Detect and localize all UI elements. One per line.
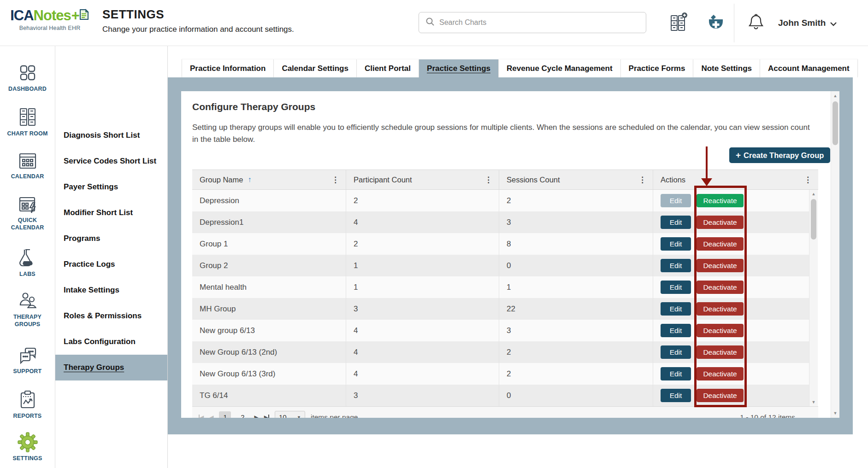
sidebar-item-support[interactable]: SUPPORT: [0, 345, 55, 375]
icanotes-logo[interactable]: ICANotes+ Behavioral Health EHR: [8, 6, 91, 31]
sidebar-item-labs[interactable]: LABS: [0, 247, 55, 278]
table-row: New group 6/13 4 3 Edit Deactivate: [192, 320, 809, 341]
sidebar-item-calendar[interactable]: CALENDAR: [0, 151, 55, 180]
new-chart-cabinet-icon[interactable]: [668, 12, 689, 35]
sidebar-item-dashboard[interactable]: DASHBOARD: [0, 63, 55, 93]
user-menu[interactable]: John Smith: [778, 0, 837, 46]
support-chat-icon: [0, 345, 55, 366]
actions-cell: Edit Deactivate: [653, 320, 809, 341]
medications-icon[interactable]: [706, 13, 726, 35]
activate-toggle-button[interactable]: Deactivate: [697, 281, 744, 294]
settings-menu-item[interactable]: Practice Logs: [55, 252, 167, 277]
scrollbar-thumb[interactable]: [811, 199, 816, 240]
scroll-down-icon[interactable]: ▼: [831, 411, 839, 415]
settings-menu-item[interactable]: Programs: [55, 226, 167, 252]
settings-tab[interactable]: Practice Forms: [621, 59, 694, 77]
settings-menu-item[interactable]: Labs Configuration: [55, 329, 167, 355]
scroll-down-icon[interactable]: ▼: [809, 400, 818, 404]
sessions-count-cell: 2: [499, 363, 653, 385]
group-name-cell: Depression: [192, 190, 346, 211]
activate-toggle-button[interactable]: Deactivate: [697, 367, 744, 380]
settings-tab[interactable]: Practice Settings: [419, 59, 499, 77]
activate-toggle-button[interactable]: Deactivate: [697, 389, 744, 402]
column-menu-icon[interactable]: ⋮: [330, 175, 341, 185]
settings-tab[interactable]: Account Management: [760, 59, 858, 77]
create-therapy-group-button[interactable]: + Create Therapy Group: [729, 147, 830, 163]
user-chevron-icon: [830, 20, 837, 28]
activate-toggle-button[interactable]: Deactivate: [697, 237, 744, 251]
sessions-count-cell: 0: [499, 385, 653, 406]
settings-menu-item[interactable]: Therapy Groups: [55, 355, 167, 380]
notifications-bell-icon[interactable]: [747, 12, 765, 34]
sessions-count-cell: 0: [499, 255, 653, 276]
scrollbar-thumb[interactable]: [833, 101, 838, 145]
scroll-up-icon[interactable]: ▲: [809, 192, 818, 196]
settings-menu-item[interactable]: Roles & Permissions: [55, 303, 167, 329]
sidebar-item-reports[interactable]: REPORTS: [0, 389, 55, 420]
table-row: TG 6/14 3 0 Edit Deactivate: [192, 385, 809, 406]
page-size-select[interactable]: 10 ▼: [275, 411, 305, 418]
activate-toggle-button[interactable]: Reactivate: [697, 194, 744, 207]
activate-toggle-button[interactable]: Deactivate: [697, 216, 744, 229]
last-page-button[interactable]: ▶: [264, 414, 269, 418]
plus-icon: +: [736, 150, 741, 160]
settings-tab[interactable]: Practice Information: [182, 59, 274, 77]
column-menu-icon[interactable]: ⋮: [637, 175, 648, 185]
column-menu-icon[interactable]: ⋮: [483, 175, 494, 185]
sidebar-item-therapy-groups[interactable]: THERAPY GROUPS: [0, 291, 55, 328]
first-page-button[interactable]: ◀: [199, 414, 204, 418]
edit-button[interactable]: Edit: [661, 324, 691, 337]
settings-menu-item[interactable]: Payer Settings: [55, 174, 167, 200]
previous-page-button[interactable]: ◀: [209, 414, 213, 418]
edit-button[interactable]: Edit: [661, 216, 691, 229]
calendar-icon: [0, 151, 55, 171]
dropdown-arrow-icon: ▼: [297, 415, 301, 418]
primary-sidebar: DASHBOARD CHART ROOM CALENDAR: [0, 46, 55, 468]
sidebar-item-quick-calendar[interactable]: QUICK CALENDAR: [0, 194, 55, 231]
edit-button[interactable]: Edit: [661, 259, 691, 272]
sidebar-item-settings[interactable]: SETTINGS: [0, 432, 55, 462]
chart-room-icon: [0, 107, 55, 128]
sessions-count-cell: 3: [499, 211, 653, 233]
participant-count-cell: 4: [346, 341, 499, 363]
page-2-button[interactable]: 2: [236, 411, 248, 418]
settings-menu-item[interactable]: Intake Settings: [55, 277, 167, 303]
search-input[interactable]: [439, 18, 639, 27]
activate-toggle-button[interactable]: Deactivate: [697, 324, 744, 337]
edit-button[interactable]: Edit: [661, 345, 691, 359]
settings-menu-item[interactable]: Diagnosis Short List: [55, 123, 167, 148]
edit-button[interactable]: Edit: [661, 302, 691, 316]
edit-button[interactable]: Edit: [661, 389, 691, 402]
settings-tab[interactable]: Client Portal: [357, 59, 419, 77]
settings-menu-item[interactable]: Modifier Short List: [55, 200, 167, 226]
search-charts-box[interactable]: [419, 12, 646, 33]
participant-count-cell: 1: [346, 255, 499, 276]
card-title: Configure Therapy Groups: [192, 101, 315, 112]
settings-submenu: Diagnosis Short List Service Codes Short…: [55, 46, 168, 468]
edit-button[interactable]: Edit: [661, 237, 691, 251]
activate-toggle-button[interactable]: Deactivate: [697, 259, 744, 272]
group-name-cell: Group 2: [192, 255, 346, 276]
next-page-button[interactable]: ▶: [254, 414, 258, 418]
sessions-count-cell: 22: [499, 298, 653, 320]
edit-button[interactable]: Edit: [661, 367, 691, 380]
table-row: Group 1 2 8 Edit Deactivate: [192, 233, 809, 255]
sidebar-item-chart-room[interactable]: CHART ROOM: [0, 107, 55, 137]
actions-cell: Edit Reactivate: [653, 190, 809, 211]
scroll-up-icon[interactable]: ▲: [831, 94, 839, 98]
table-scrollbar[interactable]: ▲ ▼: [809, 190, 818, 406]
sort-ascending-icon[interactable]: ↑: [248, 176, 251, 184]
edit-button[interactable]: Edit: [661, 281, 691, 294]
group-name-cell: Mental health: [192, 276, 346, 298]
column-menu-icon[interactable]: ⋮: [802, 175, 814, 185]
activate-toggle-button[interactable]: Deactivate: [697, 345, 744, 359]
settings-tab[interactable]: Note Settings: [693, 59, 760, 77]
card-scrollbar[interactable]: ▲ ▼: [831, 91, 839, 418]
settings-menu-item[interactable]: Service Codes Short List: [55, 148, 167, 174]
settings-tab[interactable]: Revenue Cycle Management: [499, 59, 621, 77]
participant-count-cell: 4: [346, 320, 499, 341]
settings-tab[interactable]: Calendar Settings: [274, 59, 357, 77]
activate-toggle-button[interactable]: Deactivate: [697, 302, 744, 316]
edit-button[interactable]: Edit: [661, 194, 691, 207]
page-1-button[interactable]: 1: [219, 411, 231, 418]
